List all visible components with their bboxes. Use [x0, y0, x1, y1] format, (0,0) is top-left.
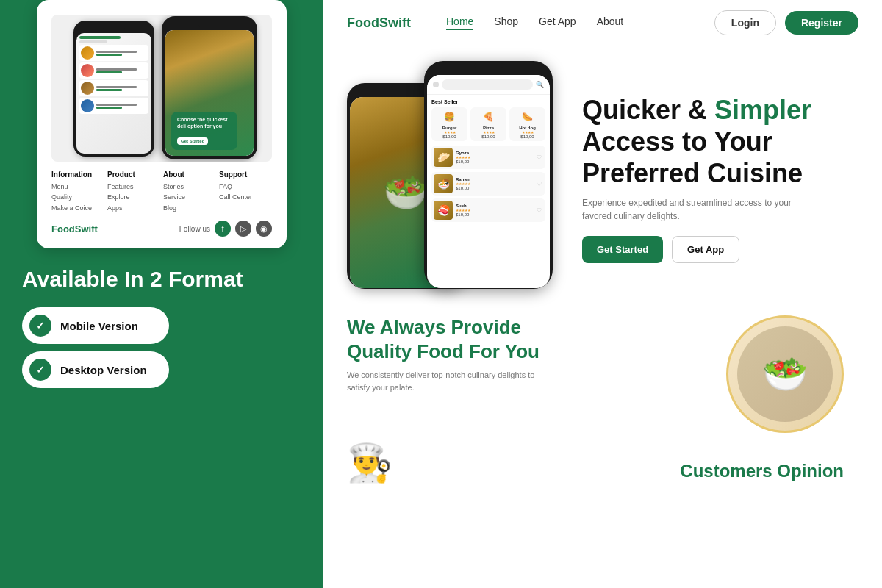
login-button[interactable]: Login — [714, 10, 776, 35]
hero-phone-ramen-img: 🍜 — [434, 174, 453, 193]
phone-mockup-area: Choose the quickest deli option for you … — [51, 15, 272, 162]
plate-circle: 🥗 — [726, 315, 844, 433]
hero-phone-gyoza-img: 🥟 — [434, 148, 453, 167]
phone-mockup-front: Choose the quickest deli option for you … — [162, 16, 257, 159]
hero-phone-ramen-heart: ♡ — [534, 179, 543, 188]
food-icon-pizza — [81, 64, 94, 77]
screen-food-ramen — [79, 80, 148, 96]
plate-inner: 🥗 — [737, 326, 833, 422]
youtube-icon[interactable]: ▷ — [235, 220, 251, 237]
nav-links: Home Shop Get App About — [446, 15, 714, 30]
nav-actions: Login Register — [714, 10, 858, 35]
hero-phone-search — [442, 79, 533, 90]
screen-food-pizza — [79, 62, 148, 79]
footer-col-product-heading: Product — [107, 171, 160, 179]
hero-phone-front-notch — [474, 63, 503, 68]
hero-phone-item-burger-icon: 🍔 — [442, 110, 457, 124]
hero-phone-front: 🔍 Best Seller 🍔 Burger ★★★★ $10,00 — [424, 61, 553, 289]
customers-title-area: Customers Opinion — [603, 461, 858, 481]
hero-phone-sushi-info: Sushi ★★★★★ $10,00 — [456, 204, 531, 217]
food-icon-burger — [81, 46, 94, 60]
nav-link-getapp[interactable]: Get App — [539, 15, 576, 30]
desktop-version-option[interactable]: ✓ Desktop Version — [22, 351, 169, 388]
mobile-version-label: Mobile Version — [60, 320, 138, 332]
instagram-icon[interactable]: ◉ — [256, 220, 272, 237]
quality-text: We Always ProvideQuality Food For You We… — [347, 315, 711, 393]
desktop-check-icon: ✓ — [29, 359, 51, 381]
phone-notch-front — [198, 24, 220, 27]
nav-link-about[interactable]: About — [597, 15, 624, 30]
follow-us-label: Follow us — [179, 225, 210, 233]
hero-phone-item-hotdog-icon: 🌭 — [520, 110, 535, 124]
get-started-button[interactable]: Get Started — [582, 236, 663, 263]
hero-phone-food-ramen: 🍜 Ramen ★★★★★ $10,00 ♡ — [431, 172, 545, 196]
customers-section: 👨‍🍳 Customers Opinion — [323, 445, 882, 481]
hero-phone-front-screen: 🔍 Best Seller 🍔 Burger ★★★★ $10,00 — [427, 75, 550, 288]
hero-phone-gyoza-info: Gyoza ★★★★★ $10,00 — [456, 151, 531, 164]
food-icon-ramen — [81, 82, 94, 95]
register-button[interactable]: Register — [785, 11, 858, 35]
hero-buttons: Get Started Get App — [582, 236, 858, 263]
phone-screen-front: Choose the quickest deli option for you … — [165, 30, 254, 156]
hero-phone-back-notch — [391, 85, 420, 90]
hero-phone-food-gyoza: 🥟 Gyoza ★★★★★ $10,00 ♡ — [431, 146, 545, 169]
footer-col-support-heading: Support — [219, 171, 272, 179]
nav-link-shop[interactable]: Shop — [494, 15, 518, 30]
footer-col-about-items: StoriesServiceBlog — [163, 182, 216, 213]
hero-phone-gyoza-heart: ♡ — [534, 153, 543, 162]
quality-section: We Always ProvideQuality Food For You We… — [323, 304, 882, 445]
get-app-button[interactable]: Get App — [672, 236, 739, 263]
mobile-version-option[interactable]: ✓ Mobile Version — [22, 307, 169, 344]
phone-notch-back — [103, 26, 125, 30]
hero-phone-item-hotdog: 🌭 Hot dog ★★★★ $10,00 — [509, 107, 545, 141]
hero-title-part2: Access to Your Preferred Cuisine — [582, 126, 803, 188]
hero-phone-dot — [433, 82, 439, 87]
footer-col-about-heading: About — [163, 171, 216, 179]
follow-us-row: Follow us f ▷ ◉ — [179, 220, 272, 237]
footer-col-support: Support FAQCall Center — [219, 171, 272, 213]
footer-col-product: Product FeaturesExploreApps — [107, 171, 160, 213]
phone-mockup-back — [74, 21, 154, 157]
footer-links: Information MenuQualityMake a Coice Prod… — [51, 171, 272, 213]
quality-title: We Always ProvideQuality Food For You — [347, 315, 711, 363]
hero-phone-item-pizza-icon: 🍕 — [481, 110, 496, 124]
chef-icon: 👨‍🍳 — [347, 445, 392, 481]
hero-section: 🥗 🔍 Best Seller — [323, 46, 882, 304]
hero-phone-sushi-price: $10,00 — [456, 212, 531, 217]
mobile-check-icon: ✓ — [29, 315, 51, 337]
hero-phone-items-row: 🍔 Burger ★★★★ $10,00 🍕 Pizza ★★★★ $10,00 — [431, 107, 545, 141]
hero-phone-item-pizza-price: $10,00 — [473, 135, 504, 139]
hero-phone-item-burger: 🍔 Burger ★★★★ $10,00 — [431, 107, 467, 141]
hero-phone-body: Best Seller 🍔 Burger ★★★★ $10,00 🍕 — [427, 95, 550, 288]
navbar: FoodSwift Home Shop Get App About Login … — [323, 0, 882, 46]
hero-phone-sushi-heart: ♡ — [534, 206, 543, 215]
footer-col-support-items: FAQCall Center — [219, 182, 272, 203]
screen-bar-2 — [79, 40, 107, 43]
quality-image: 🥗 — [726, 315, 858, 433]
hero-title: Quicker & Simpler Access to Your Preferr… — [582, 94, 858, 190]
footer-col-product-items: FeaturesExploreApps — [107, 182, 160, 213]
screen-bar-1 — [79, 36, 121, 39]
quality-subtitle: We consistently deliver top-notch culina… — [347, 369, 538, 393]
hero-phone-sushi-img: 🍣 — [434, 201, 453, 220]
hero-text: Quicker & Simpler Access to Your Preferr… — [567, 94, 858, 264]
footer-col-about: About StoriesServiceBlog — [163, 171, 216, 213]
hero-phone-ramen-price: $10,00 — [456, 186, 531, 190]
hero-phone-item-pizza: 🍕 Pizza ★★★★ $10,00 — [470, 107, 506, 141]
hero-phone-food-sushi: 🍣 Sushi ★★★★★ $10,00 ♡ — [431, 198, 545, 222]
nav-link-home[interactable]: Home — [446, 15, 473, 30]
desktop-version-label: Desktop Version — [60, 364, 147, 376]
hero-phone-ramen-info: Ramen ★★★★★ $10,00 — [456, 177, 531, 190]
footer-brand-row: FoodSwift Follow us f ▷ ◉ — [51, 220, 272, 237]
food-icon-sushi — [81, 99, 94, 112]
footer-brand-logo: FoodSwift — [51, 223, 98, 234]
screen-food-burger — [79, 45, 148, 61]
customers-title: Customers Opinion — [603, 461, 858, 481]
preview-card: Choose the quickest deli option for you … — [37, 0, 287, 248]
hero-title-part1: Quicker & — [582, 95, 714, 125]
facebook-icon[interactable]: f — [215, 220, 231, 237]
hero-phone-gyoza-price: $10,00 — [456, 159, 531, 164]
footer-col-information-heading: Information — [51, 171, 104, 179]
hero-title-green: Simpler — [714, 95, 811, 125]
hero-subtitle: Experience expedited and streamlined acc… — [582, 196, 803, 223]
